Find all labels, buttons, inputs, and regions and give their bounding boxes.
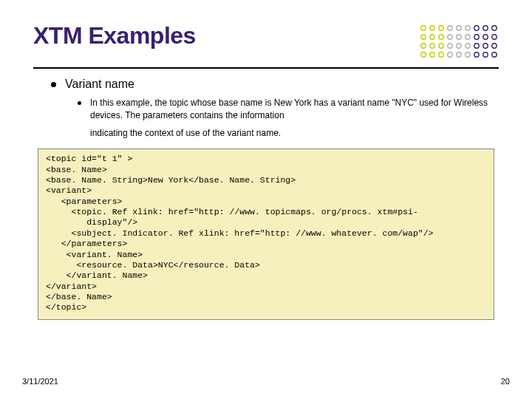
svg-point-0 [421, 26, 426, 30]
footer-date: 3/11/2021 [22, 377, 58, 386]
bullet-2-para-1: In this example, the topic whose base na… [90, 97, 494, 123]
svg-point-26 [492, 44, 497, 48]
bullet-2-text: In this example, the topic whose base na… [90, 97, 494, 140]
svg-point-17 [492, 35, 497, 39]
svg-point-34 [483, 52, 488, 57]
slide-body: Variant name In this example, the topic … [33, 69, 499, 320]
svg-point-12 [448, 35, 452, 39]
svg-point-29 [439, 52, 443, 57]
footer-page-number: 20 [501, 377, 510, 386]
svg-point-23 [466, 44, 470, 48]
bullet-level-1: Variant name [38, 78, 494, 91]
svg-point-1 [430, 26, 434, 30]
svg-point-4 [457, 26, 461, 30]
svg-point-30 [448, 52, 452, 57]
dot-grid-decoration [417, 22, 499, 63]
svg-point-16 [483, 35, 488, 39]
bullet-icon [51, 82, 56, 87]
svg-point-21 [448, 44, 452, 48]
svg-point-3 [448, 26, 452, 30]
svg-point-11 [439, 35, 443, 39]
svg-point-33 [474, 52, 479, 57]
svg-point-31 [457, 52, 461, 57]
svg-point-18 [421, 44, 426, 48]
svg-point-32 [466, 52, 470, 57]
svg-point-6 [474, 26, 479, 30]
svg-point-9 [421, 35, 426, 39]
svg-point-24 [474, 44, 479, 48]
svg-point-20 [439, 44, 443, 48]
svg-point-28 [430, 52, 434, 57]
bullet-level-2: In this example, the topic whose base na… [38, 97, 494, 140]
svg-point-13 [457, 35, 461, 39]
code-block: <topic id="t 1" > <base. Name> <base. Na… [38, 149, 494, 320]
svg-point-14 [466, 35, 470, 39]
svg-point-25 [483, 44, 488, 48]
svg-point-10 [430, 35, 434, 39]
svg-point-22 [457, 44, 461, 48]
svg-point-15 [474, 35, 479, 39]
bullet-2-para-2: indicating the context of use of the var… [90, 127, 494, 140]
bullet-1-text: Variant name [65, 78, 134, 91]
svg-point-35 [492, 52, 497, 57]
title-row: XTM Examples [33, 22, 499, 63]
bullet-icon [78, 101, 81, 105]
slide: XTM Examples Variant name [0, 0, 532, 399]
svg-point-2 [439, 26, 443, 30]
svg-point-19 [430, 44, 434, 48]
svg-point-8 [492, 26, 497, 30]
svg-point-27 [421, 52, 426, 57]
slide-footer: 3/11/2021 20 [22, 377, 510, 386]
svg-point-7 [483, 26, 488, 30]
slide-title: XTM Examples [33, 22, 196, 50]
svg-point-5 [466, 26, 470, 30]
